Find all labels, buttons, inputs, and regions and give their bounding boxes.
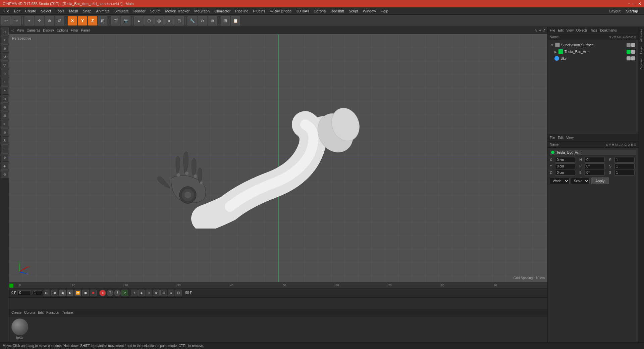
obj-props-button[interactable]: 📋 bbox=[231, 16, 240, 26]
deform-tool[interactable]: ⊝ bbox=[1, 170, 9, 178]
menu-sculpt[interactable]: Sculpt bbox=[148, 8, 163, 14]
obj-tesla-lock[interactable] bbox=[631, 50, 635, 54]
frame-input[interactable] bbox=[17, 290, 31, 295]
coord-h-rot[interactable] bbox=[585, 157, 605, 163]
z-axis-button[interactable]: Z bbox=[88, 16, 97, 26]
play-reverse-button[interactable]: ◀ bbox=[59, 290, 66, 296]
menu-motiontracket[interactable]: Motion Tracker bbox=[163, 8, 192, 14]
new-object-button[interactable]: + bbox=[24, 16, 34, 26]
coord-p-rot[interactable] bbox=[585, 163, 605, 169]
menu-corona[interactable]: Corona bbox=[312, 8, 328, 14]
coord-sx-scale[interactable] bbox=[614, 157, 635, 163]
layer-tab[interactable]: Layer bbox=[639, 44, 644, 56]
obj-menu-objects[interactable]: Objects bbox=[576, 29, 588, 32]
menu-script[interactable]: Script bbox=[347, 8, 360, 14]
layer-tool[interactable]: ◈ bbox=[1, 162, 9, 170]
menu-mesh[interactable]: Mesh bbox=[67, 8, 80, 14]
grid-button[interactable]: ⊞ bbox=[221, 16, 230, 26]
obj-tesla-vis[interactable] bbox=[627, 50, 631, 54]
obj-sky-lock[interactable] bbox=[631, 56, 635, 60]
obj-menu-view[interactable]: View bbox=[566, 29, 574, 32]
viewport-ctrl-rotate[interactable]: ↺ bbox=[543, 29, 545, 32]
point-tool[interactable]: ○ bbox=[1, 78, 9, 86]
viewport-menu-display[interactable]: Display bbox=[43, 29, 54, 32]
obj-subdivision-surface[interactable]: ▼ Subdivision Surface bbox=[549, 42, 637, 48]
coord-x-pos[interactable] bbox=[555, 157, 575, 163]
play-forward-fast-button[interactable]: ⏭ bbox=[44, 290, 50, 296]
scale-select[interactable]: Scale bbox=[571, 178, 590, 184]
menu-pipeline[interactable]: Pipeline bbox=[233, 8, 250, 14]
extrude-tool[interactable]: ⊕ bbox=[1, 103, 9, 111]
edge-mode-button[interactable]: ◎ bbox=[154, 16, 164, 26]
move-tool[interactable]: ✛ bbox=[1, 36, 9, 44]
mat-menu-edit[interactable]: Edit bbox=[38, 311, 44, 314]
spline-tool[interactable]: ~ bbox=[1, 145, 9, 153]
attributes-tab[interactable]: Attributes bbox=[639, 27, 644, 44]
uv-mode-button[interactable]: ⊟ bbox=[174, 16, 184, 26]
maximize-button[interactable]: □ bbox=[633, 1, 635, 6]
bevel-tool[interactable]: ⊟ bbox=[1, 111, 9, 119]
falloff-button[interactable]: ⊛ bbox=[208, 16, 217, 26]
menu-tools[interactable]: Tools bbox=[54, 8, 66, 14]
obj-tesla-bot-arm[interactable]: ▶ Tesla_Bot_Arm bbox=[549, 48, 637, 55]
redo-button[interactable]: ↪ bbox=[11, 16, 21, 26]
render-mode-1[interactable]: ● bbox=[99, 290, 106, 296]
obj-menu-file[interactable]: File bbox=[550, 29, 555, 32]
coord-z-pos[interactable] bbox=[555, 170, 575, 176]
tl-btn-2[interactable]: ◈ bbox=[138, 290, 145, 296]
soft-select-button[interactable]: ⊙ bbox=[198, 16, 207, 26]
menu-file[interactable]: File bbox=[1, 8, 11, 14]
weld-tool[interactable]: ⊛ bbox=[1, 128, 9, 136]
y-axis-button[interactable]: Y bbox=[78, 16, 87, 26]
stop-button[interactable]: ⏹ bbox=[82, 290, 89, 296]
minimize-button[interactable]: − bbox=[628, 1, 630, 6]
coord-y-pos[interactable] bbox=[555, 163, 575, 169]
viewport-nav-back[interactable]: ◁ bbox=[11, 29, 14, 32]
viewport-canvas[interactable]: Perspective bbox=[9, 34, 547, 282]
scale-tool-button[interactable]: ⊕ bbox=[45, 16, 54, 26]
menu-character[interactable]: Character bbox=[212, 8, 232, 14]
polygon-tool[interactable]: ▽ bbox=[1, 61, 9, 69]
undo-button[interactable]: ↩ bbox=[1, 16, 11, 26]
rotate-tool[interactable]: ↺ bbox=[1, 53, 9, 61]
obj-sky-vis[interactable] bbox=[627, 56, 631, 60]
material-thumbnail[interactable] bbox=[11, 318, 28, 335]
world-axis-button[interactable]: ⊞ bbox=[98, 16, 107, 26]
menu-create[interactable]: Create bbox=[23, 8, 38, 14]
step-back-button[interactable]: ⏮ bbox=[51, 290, 58, 296]
edge-tool[interactable]: ◇ bbox=[1, 69, 9, 78]
viewport-menu-options[interactable]: Options bbox=[57, 29, 68, 32]
attr-menu-edit[interactable]: Edit bbox=[558, 136, 564, 140]
polygon-mode-button[interactable]: ⬡ bbox=[144, 16, 154, 26]
play-forward-button[interactable]: ⏩ bbox=[74, 290, 81, 296]
paint-tool[interactable]: ⊜ bbox=[1, 153, 9, 161]
menu-mograph[interactable]: MoGraph bbox=[192, 8, 212, 14]
timeline-track[interactable] bbox=[9, 298, 547, 309]
menu-plugins[interactable]: Plugins bbox=[251, 8, 267, 14]
obj-subd-lock[interactable] bbox=[631, 43, 635, 47]
record-button[interactable]: ⏺ bbox=[90, 290, 97, 296]
obj-menu-edit[interactable]: Edit bbox=[558, 29, 564, 32]
mat-menu-create[interactable]: Create bbox=[11, 311, 21, 314]
menu-vray[interactable]: V-Ray Bridge bbox=[268, 8, 294, 14]
menu-simulate[interactable]: Simulate bbox=[112, 8, 131, 14]
render-to-pic-button[interactable]: 📷 bbox=[121, 16, 130, 26]
menu-animate[interactable]: Animate bbox=[94, 8, 112, 14]
browser-tab[interactable]: Browser bbox=[639, 56, 644, 71]
menu-help[interactable]: Help bbox=[379, 8, 390, 14]
rotate-tool-button[interactable]: ↺ bbox=[55, 16, 64, 26]
apply-button[interactable]: Apply bbox=[591, 178, 609, 184]
render-mode-3[interactable]: ! bbox=[114, 290, 121, 296]
render-button[interactable]: 🎬 bbox=[111, 16, 120, 26]
menu-redshift[interactable]: Redshift bbox=[328, 8, 346, 14]
menu-window[interactable]: Window bbox=[361, 8, 378, 14]
viewport-menu-cameras[interactable]: Cameras bbox=[27, 29, 41, 32]
viewport-menu-filter[interactable]: Filter bbox=[71, 29, 78, 32]
menu-snap[interactable]: Snap bbox=[81, 8, 94, 14]
geometry-mode-button[interactable]: ▲ bbox=[134, 16, 144, 26]
bridge-tool[interactable]: ⊖ bbox=[1, 95, 9, 103]
menu-3dtoall[interactable]: 3DToAll bbox=[294, 8, 311, 14]
move-tool-button[interactable]: ✛ bbox=[35, 16, 44, 26]
mat-menu-texture[interactable]: Texture bbox=[62, 311, 73, 314]
autokey-button[interactable]: P bbox=[121, 290, 128, 296]
